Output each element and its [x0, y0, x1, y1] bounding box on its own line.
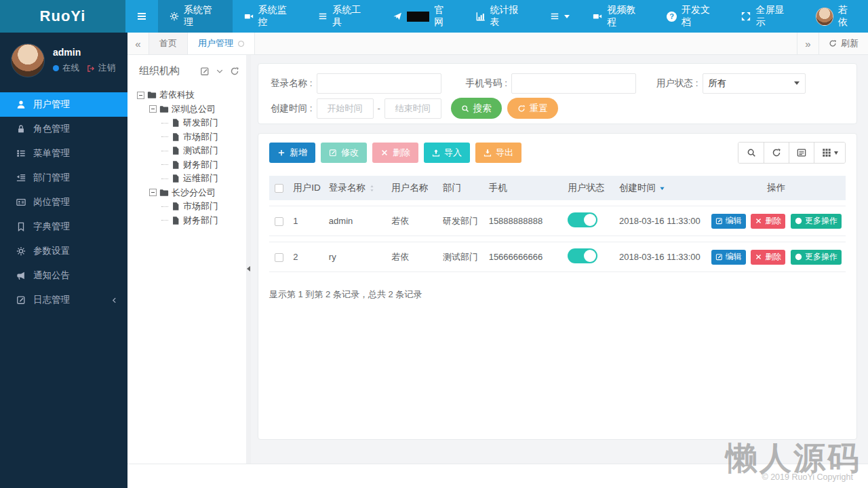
- tree-node[interactable]: 财务部门: [137, 158, 246, 172]
- sidebar-item-user-manage[interactable]: 用户管理: [0, 92, 127, 117]
- cell-user-name: 若依: [387, 242, 439, 272]
- nav-item-report[interactable]: 统计报表: [465, 0, 539, 33]
- cell-created-time: 2018-03-16 11:33:00: [615, 242, 707, 272]
- select-all-checkbox[interactable]: [275, 184, 283, 193]
- row-checkbox[interactable]: [275, 217, 283, 226]
- add-button[interactable]: 新增: [269, 143, 315, 163]
- nav-menu-dropdown[interactable]: [538, 0, 581, 33]
- nav-item-system-manage[interactable]: 系统管理: [158, 0, 233, 33]
- row-delete-button[interactable]: 删除: [751, 214, 785, 229]
- tab-label: 首页: [159, 37, 177, 50]
- tree-node[interactable]: 深圳总公司: [137, 102, 246, 117]
- sidebar-toggle-button[interactable]: [125, 0, 158, 33]
- phone-label: 手机号码 :: [466, 77, 508, 90]
- card-view-button[interactable]: [789, 143, 814, 163]
- row-more-button[interactable]: 更多操作: [791, 250, 842, 265]
- nav-item-dev-docs[interactable]: 开发文档: [655, 0, 730, 33]
- nav-user-menu[interactable]: 若依: [804, 0, 868, 33]
- sidebar-item-label: 参数设置: [33, 245, 70, 257]
- user-avatar[interactable]: [11, 43, 45, 77]
- nav-item-system-monitor[interactable]: 系统监控: [233, 0, 307, 33]
- tree-node[interactable]: 运维部门: [137, 172, 246, 186]
- tree-node[interactable]: 研发部门: [137, 116, 246, 130]
- sidebar-item-notice[interactable]: 通知公告: [0, 263, 127, 288]
- tab-refresh-button[interactable]: 刷新: [818, 33, 868, 54]
- col-user-id: 用户ID: [289, 176, 325, 200]
- refresh-tree-icon[interactable]: [230, 67, 239, 76]
- pencil-square-icon: [16, 295, 26, 305]
- sidebar-item-dept-manage[interactable]: 部门管理: [0, 166, 127, 190]
- row-edit-button[interactable]: 编辑: [711, 214, 746, 229]
- row-more-button[interactable]: 更多操作: [791, 214, 842, 229]
- collapse-icon[interactable]: [137, 92, 144, 99]
- tree-node[interactable]: 财务部门: [137, 214, 246, 228]
- row-delete-button[interactable]: 删除: [751, 250, 785, 265]
- row-edit-button[interactable]: 编辑: [711, 250, 746, 265]
- col-login-name[interactable]: 登录名称: [325, 176, 387, 200]
- tree-node[interactable]: 若依科技: [137, 88, 246, 102]
- refresh-table-button[interactable]: [764, 143, 789, 163]
- tab-user-manage[interactable]: 用户管理: [188, 33, 255, 54]
- tree-node[interactable]: 市场部门: [137, 200, 246, 214]
- tab-bar: « 首页 用户管理 » 刷新: [127, 33, 868, 55]
- tab-close-icon[interactable]: [238, 41, 244, 47]
- sidebar-item-param-settings[interactable]: 参数设置: [0, 239, 127, 263]
- show-search-button[interactable]: [738, 143, 764, 163]
- sort-icon[interactable]: [368, 185, 376, 192]
- arrow-circle-right-icon: [795, 217, 802, 225]
- nav-item-video-tutorial[interactable]: 视频教程: [581, 0, 655, 33]
- nav-item-official-site[interactable]: 官网: [381, 0, 465, 33]
- tabs-scroll-right-button[interactable]: »: [797, 33, 818, 54]
- start-time-input[interactable]: [317, 98, 374, 119]
- fullscreen-icon: [741, 12, 751, 21]
- modify-button[interactable]: 修改: [321, 143, 367, 163]
- panel-splitter[interactable]: [246, 55, 251, 464]
- sidebar-item-menu-manage[interactable]: 菜单管理: [0, 141, 127, 166]
- tree-connector: [161, 206, 168, 207]
- sidebar-item-role-manage[interactable]: 角色管理: [0, 117, 127, 141]
- question-circle-icon: [667, 12, 677, 22]
- tree-node-label: 长沙分公司: [172, 187, 216, 199]
- login-name-input[interactable]: [317, 73, 441, 94]
- tree-node[interactable]: 长沙分公司: [137, 186, 246, 200]
- list-alt-icon: [797, 148, 806, 157]
- columns-button[interactable]: [814, 143, 845, 163]
- tree-node-label: 运维部门: [183, 172, 218, 185]
- th-list-icon: [16, 149, 26, 158]
- export-button[interactable]: 导出: [475, 143, 521, 163]
- chevron-down-icon[interactable]: [216, 67, 224, 75]
- file-icon: [171, 146, 180, 155]
- search-button[interactable]: 搜索: [451, 98, 502, 119]
- col-created-time[interactable]: 创建时间: [615, 176, 707, 200]
- tab-home[interactable]: 首页: [149, 33, 188, 54]
- logout-link[interactable]: 注销: [98, 62, 115, 74]
- sidebar-item-post-manage[interactable]: 岗位管理: [0, 190, 127, 214]
- user-status-select[interactable]: 所有: [703, 73, 806, 94]
- collapse-icon[interactable]: [149, 189, 157, 196]
- phone-input[interactable]: [511, 73, 636, 94]
- sidebar-item-log-manage[interactable]: 日志管理: [0, 288, 127, 312]
- collapse-tree-handle[interactable]: [246, 257, 251, 280]
- sidebar-item-dict-manage[interactable]: 字典管理: [0, 214, 127, 239]
- delete-button[interactable]: 删除: [372, 143, 418, 163]
- tree-node[interactable]: 测试部门: [137, 144, 246, 158]
- import-button[interactable]: 导入: [424, 143, 470, 163]
- online-status-label: 在线: [62, 62, 79, 74]
- tabs-scroll-left-button[interactable]: «: [127, 33, 149, 54]
- table-toolbar: 新增 修改 删除 导入 导出: [269, 142, 846, 164]
- status-toggle-on[interactable]: [568, 248, 597, 263]
- edit-tree-icon[interactable]: [200, 67, 210, 76]
- row-checkbox[interactable]: [275, 253, 283, 262]
- reset-button[interactable]: 重置: [507, 98, 558, 119]
- brand-logo[interactable]: RuoYi: [0, 0, 125, 33]
- nav-item-label: 系统工具: [332, 4, 370, 29]
- nav-item-system-tools[interactable]: 系统工具: [307, 0, 381, 33]
- collapse-icon[interactable]: [149, 105, 157, 113]
- status-toggle-on[interactable]: [568, 212, 597, 227]
- tree-node[interactable]: 市场部门: [137, 130, 246, 145]
- nav-item-fullscreen[interactable]: 全屏显示: [730, 0, 804, 33]
- sort-desc-icon[interactable]: [658, 185, 666, 192]
- top-navbar: RuoYi 系统管理 系统监控 系统工具 官网 统计报表 视频教程 开发文档: [0, 0, 868, 33]
- end-time-input[interactable]: [384, 98, 441, 119]
- search-form-panel: 登录名称 : 手机号码 : 用户状态 : 所有 创建时间 : - 搜索 重置: [258, 63, 857, 124]
